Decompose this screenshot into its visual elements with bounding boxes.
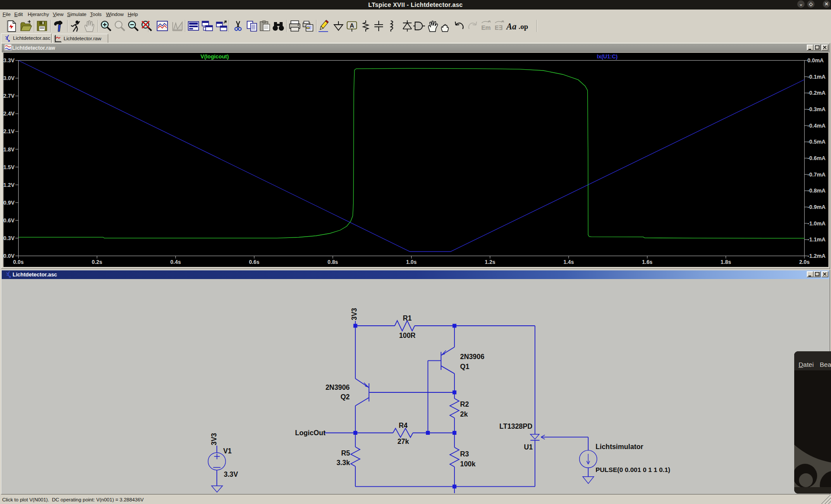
svg-text:R3: R3 xyxy=(460,450,469,458)
svg-text:0.6s: 0.6s xyxy=(249,259,259,265)
svg-text:0.0V: 0.0V xyxy=(3,253,15,259)
svg-text:-0.2mA: -0.2mA xyxy=(808,90,826,96)
svg-text:PULSE(0 0.001 0 1 1 0.1): PULSE(0 0.001 0 1 1 0.1) xyxy=(596,466,670,473)
svg-text:1.4s: 1.4s xyxy=(564,259,574,265)
svg-text:1.8V: 1.8V xyxy=(3,147,15,153)
svg-text:1.2s: 1.2s xyxy=(485,259,495,265)
svg-text:-0.3mA: -0.3mA xyxy=(808,106,826,112)
svg-text:0.9V: 0.9V xyxy=(3,200,15,206)
svg-text:2N3906: 2N3906 xyxy=(460,353,484,360)
svg-text:Q2: Q2 xyxy=(341,393,350,401)
svg-text:3V3: 3V3 xyxy=(210,433,218,446)
svg-text:-0.8mA: -0.8mA xyxy=(808,188,826,194)
svg-text:3.3V: 3.3V xyxy=(3,58,15,64)
svg-text:R4: R4 xyxy=(399,422,408,429)
svg-text:-0.4mA: -0.4mA xyxy=(808,123,826,129)
svg-text:-0.6mA: -0.6mA xyxy=(808,155,826,161)
svg-text:E∃: E∃ xyxy=(495,24,502,31)
svg-text:Em: Em xyxy=(481,24,491,31)
svg-text:Q1: Q1 xyxy=(460,363,469,370)
svg-text:-1.0mA: -1.0mA xyxy=(808,221,826,227)
svg-text:2N3906: 2N3906 xyxy=(325,384,350,391)
svg-text:0.6V: 0.6V xyxy=(3,218,15,224)
svg-text:-0.1mA: -0.1mA xyxy=(808,74,826,80)
svg-text:-0.5mA: -0.5mA xyxy=(808,139,826,145)
svg-text:V(logicout): V(logicout) xyxy=(200,54,229,60)
svg-text:V1: V1 xyxy=(223,447,232,455)
svg-text:1.6s: 1.6s xyxy=(642,259,652,265)
svg-text:100R: 100R xyxy=(399,332,416,339)
svg-text:1.5V: 1.5V xyxy=(3,164,15,170)
svg-text:27k: 27k xyxy=(397,438,409,445)
svg-text:LT1328PD: LT1328PD xyxy=(499,423,532,430)
svg-text:.op: .op xyxy=(519,22,528,31)
svg-text:3V3: 3V3 xyxy=(351,308,358,321)
svg-text:2.0s: 2.0s xyxy=(799,259,809,265)
svg-text:1.2V: 1.2V xyxy=(3,182,15,188)
svg-text:2.4V: 2.4V xyxy=(3,111,15,117)
svg-text:0.0mA: 0.0mA xyxy=(808,58,824,64)
svg-text:0.4s: 0.4s xyxy=(171,259,181,265)
svg-text:2.7V: 2.7V xyxy=(3,93,15,99)
svg-text:Ix(U1:C): Ix(U1:C) xyxy=(597,54,618,60)
svg-text:Lichtsimulator: Lichtsimulator xyxy=(596,443,643,450)
svg-text:R5: R5 xyxy=(341,449,350,457)
svg-text:0.8s: 0.8s xyxy=(328,259,338,265)
svg-text:100k: 100k xyxy=(460,460,476,468)
svg-text:0.0s: 0.0s xyxy=(13,259,23,265)
svg-text:1.8s: 1.8s xyxy=(721,259,731,265)
svg-text:-1.1mA: -1.1mA xyxy=(808,237,826,243)
svg-text:0.2s: 0.2s xyxy=(92,259,102,265)
svg-text:U1: U1 xyxy=(524,443,533,451)
svg-text:LogicOut: LogicOut xyxy=(295,429,326,437)
svg-text:3.3k: 3.3k xyxy=(336,459,350,466)
svg-text:3.3V: 3.3V xyxy=(224,471,238,478)
svg-text:R2: R2 xyxy=(460,401,469,408)
svg-text:Aa: Aa xyxy=(506,22,516,31)
svg-text:2k: 2k xyxy=(460,411,468,418)
svg-text:-0.7mA: -0.7mA xyxy=(808,172,826,178)
svg-text:A: A xyxy=(350,22,354,29)
svg-text:0.3V: 0.3V xyxy=(3,235,15,241)
svg-text:-1.2mA: -1.2mA xyxy=(808,253,826,259)
svg-text:1.0s: 1.0s xyxy=(406,259,416,265)
svg-text:R1: R1 xyxy=(403,315,412,322)
svg-text:2.1V: 2.1V xyxy=(3,128,15,135)
svg-text:3.0V: 3.0V xyxy=(3,75,15,81)
svg-text:-0.9mA: -0.9mA xyxy=(808,204,826,210)
